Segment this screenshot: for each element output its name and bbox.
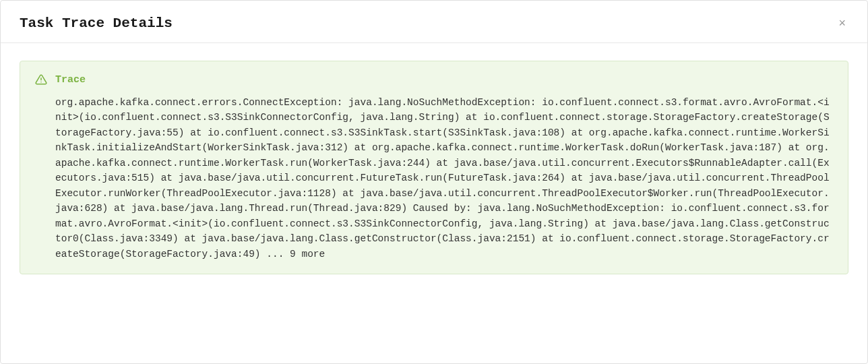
trace-header: Trace [35, 73, 833, 86]
close-button[interactable]: × [836, 14, 848, 32]
modal-title: Task Trace Details [20, 16, 173, 31]
modal-header: Task Trace Details × [1, 1, 867, 43]
task-trace-modal: Task Trace Details × Trace org.apache.ka… [0, 0, 868, 364]
trace-label: Trace [55, 74, 86, 86]
trace-panel: Trace org.apache.kafka.connect.errors.Co… [20, 61, 848, 274]
trace-content: org.apache.kafka.connect.errors.ConnectE… [35, 95, 833, 262]
modal-body: Trace org.apache.kafka.connect.errors.Co… [1, 43, 867, 292]
warning-icon [35, 73, 47, 86]
